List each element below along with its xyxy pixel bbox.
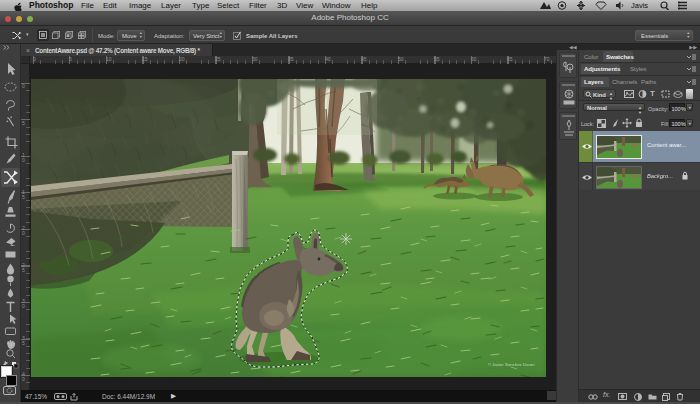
svg-text:© Javier Sanchez Duran: © Javier Sanchez Duran <box>488 362 535 367</box>
